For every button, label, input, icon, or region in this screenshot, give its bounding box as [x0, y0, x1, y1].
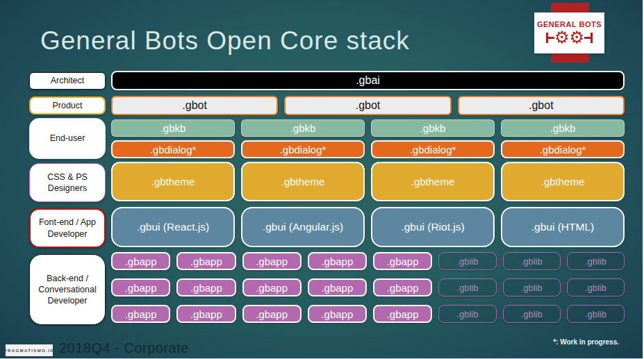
- footer-text: 2018Q4 - Corporate: [59, 340, 189, 356]
- gbtheme-row: .gbtheme .gbtheme .gbtheme .gbtheme: [111, 162, 625, 201]
- gbapp-box: .gbapp: [308, 252, 367, 270]
- gbapp-box: .gbapp: [111, 305, 170, 323]
- gbapp-box: .gbapp: [308, 278, 367, 297]
- gblib-box: .gblib: [438, 305, 496, 323]
- gear-icon: ⚙⚙: [554, 29, 584, 46]
- gbkb-row: .gbkb .gbkb .gbkb .gbkb: [111, 119, 625, 137]
- gbapp-box: .gbapp: [373, 252, 432, 270]
- gbdialog-box: .gbdialog*: [111, 140, 235, 158]
- gbui-row: .gbui (React.js) .gbui (Angular.js) .gbu…: [111, 207, 625, 247]
- gbapp-box: .gbapp: [111, 278, 170, 297]
- gbui-react-box: .gbui (React.js): [111, 207, 235, 247]
- gblib-box: .gblib: [503, 252, 561, 270]
- gear-line-right: [584, 37, 593, 39]
- work-in-progress-note: *: Work in progress.: [553, 338, 619, 346]
- gbtheme-box: .gbtheme: [111, 162, 235, 201]
- gbdialog-box: .gbdialog*: [501, 140, 625, 158]
- row-label-end-user: End-user: [29, 118, 106, 159]
- general-bots-logo: GENERAL BOTS ⚙⚙: [534, 12, 604, 53]
- row-label-frontend-developer: Font-end / App Developer: [29, 208, 106, 248]
- backend-row-1: .gbapp .gbapp .gbapp .gbapp .gbapp .gbli…: [111, 252, 625, 270]
- gblib-box: .gblib: [438, 252, 496, 270]
- gbapp-box: .gbapp: [308, 305, 367, 323]
- architect-row: .gbai: [111, 71, 625, 90]
- gbapp-box: .gbapp: [242, 252, 302, 270]
- gbot-box: .gbot: [284, 96, 451, 115]
- gbot-box: .gbot: [111, 96, 278, 115]
- gbdialog-row: .gbdialog* .gbdialog* .gbdialog* .gbdial…: [111, 140, 625, 158]
- gblib-box: .gblib: [503, 278, 561, 297]
- product-row: .gbot .gbot .gbot: [111, 96, 625, 115]
- row-label-backend-developer: Back-end / Conversational Developer: [29, 254, 106, 325]
- gbapp-box: .gbapp: [176, 252, 236, 270]
- gbapp-box: .gbapp: [373, 278, 432, 297]
- gbkb-box: .gbkb: [371, 119, 495, 137]
- gbai-box: .gbai: [111, 71, 625, 90]
- gbkb-box: .gbkb: [501, 119, 625, 137]
- gbapp-box: .gbapp: [242, 305, 302, 323]
- gblib-box: .gblib: [503, 305, 561, 323]
- gear-line-left: [546, 37, 554, 39]
- gblib-box: .gblib: [567, 278, 625, 297]
- pragmatismo-logo: PRAGMATISMO.IO: [6, 344, 53, 356]
- gbdialog-box: .gbdialog*: [241, 140, 365, 158]
- backend-row-2: .gbapp .gbapp .gbapp .gbapp .gbapp .gbli…: [111, 278, 625, 297]
- page-title: General Bots Open Core stack: [40, 26, 410, 56]
- gbapp-box: .gbapp: [373, 305, 432, 323]
- gbapp-box: .gbapp: [111, 252, 170, 270]
- gbot-box: .gbot: [458, 96, 625, 115]
- gbapp-box: .gbapp: [242, 278, 302, 297]
- gblib-box: .gblib: [567, 252, 625, 270]
- gbkb-box: .gbkb: [241, 119, 365, 137]
- row-label-architect: Architect: [29, 72, 106, 90]
- gbtheme-box: .gbtheme: [501, 162, 625, 201]
- gbdialog-box: .gbdialog*: [371, 140, 495, 158]
- gbui-html-box: .gbui (HTML): [501, 207, 625, 247]
- gbui-riot-box: .gbui (Riot.js): [371, 207, 495, 247]
- gblib-box: .gblib: [438, 278, 496, 297]
- gbapp-box: .gbapp: [176, 305, 236, 323]
- gbtheme-box: .gbtheme: [371, 162, 495, 201]
- gbtheme-box: .gbtheme: [241, 162, 365, 201]
- gbkb-box: .gbkb: [111, 119, 235, 137]
- gears-icon: ⚙⚙: [546, 29, 593, 46]
- backend-row-3: .gbapp .gbapp .gbapp .gbapp .gbapp .gbli…: [111, 305, 625, 323]
- slide: General Bots Open Core stack GENERAL BOT…: [0, 0, 644, 359]
- gblib-box: .gblib: [567, 305, 625, 323]
- gbapp-box: .gbapp: [176, 278, 236, 297]
- gbui-angular-box: .gbui (Angular.js): [241, 207, 365, 247]
- row-label-product: Product: [29, 97, 106, 115]
- row-label-css-ps-designers: CSS & PS Designers: [29, 163, 106, 202]
